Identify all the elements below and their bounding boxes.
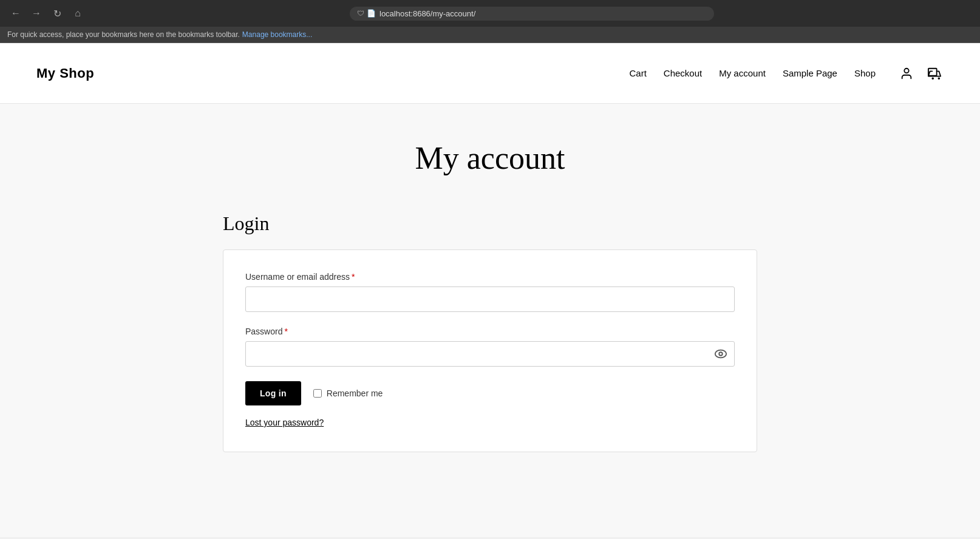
site-nav: Cart Checkout My account Sample Page Sho… bbox=[629, 64, 944, 83]
username-required-star: * bbox=[352, 272, 355, 282]
nav-shop[interactable]: Shop bbox=[854, 68, 876, 78]
username-label: Username or email address* bbox=[245, 272, 735, 282]
password-toggle-button[interactable] bbox=[714, 349, 727, 359]
username-group: Username or email address* bbox=[245, 272, 735, 312]
svg-point-3 bbox=[938, 78, 939, 79]
eye-icon bbox=[714, 349, 727, 359]
password-label: Password* bbox=[245, 327, 735, 336]
form-actions: Log in Remember me bbox=[245, 381, 735, 405]
username-input[interactable] bbox=[245, 286, 735, 312]
nav-cart[interactable]: Cart bbox=[629, 68, 646, 78]
login-section: Login Username or email address* Passwor… bbox=[223, 212, 757, 452]
password-input[interactable] bbox=[245, 341, 735, 367]
back-button[interactable]: ← bbox=[7, 5, 24, 22]
browser-toolbar: ← → ↻ ⌂ 🛡 📄 localhost:8686/my-account/ bbox=[0, 0, 980, 27]
manage-bookmarks-link[interactable]: Manage bookmarks... bbox=[242, 30, 312, 39]
nav-checkout[interactable]: Checkout bbox=[664, 68, 702, 78]
site-logo[interactable]: My Shop bbox=[36, 66, 94, 81]
svg-point-2 bbox=[932, 78, 933, 79]
user-icon-button[interactable] bbox=[897, 64, 916, 83]
svg-point-0 bbox=[904, 68, 908, 72]
bookmarks-bar: For quick access, place your bookmarks h… bbox=[0, 27, 980, 43]
main-content: My account Login Username or email addre… bbox=[0, 104, 980, 489]
forward-button[interactable]: → bbox=[28, 5, 45, 22]
home-button[interactable]: ⌂ bbox=[69, 5, 86, 22]
svg-point-5 bbox=[719, 352, 723, 356]
nav-sample-page[interactable]: Sample Page bbox=[783, 68, 837, 78]
address-bar-container[interactable]: 🛡 📄 localhost:8686/my-account/ bbox=[350, 7, 714, 21]
browser-nav-buttons: ← → ↻ ⌂ bbox=[7, 5, 86, 22]
page-icon: 📄 bbox=[367, 9, 376, 18]
cart-icon-button[interactable] bbox=[925, 64, 944, 83]
site-header: My Shop Cart Checkout My account Sample … bbox=[0, 43, 980, 104]
nav-my-account[interactable]: My account bbox=[719, 68, 766, 78]
cart-icon bbox=[928, 67, 941, 80]
login-heading: Login bbox=[223, 212, 757, 235]
lost-password-link[interactable]: Lost your password? bbox=[245, 418, 735, 427]
login-button[interactable]: Log in bbox=[245, 381, 301, 405]
bookmarks-text: For quick access, place your bookmarks h… bbox=[7, 30, 240, 39]
password-group: Password* bbox=[245, 327, 735, 367]
address-bar-icons: 🛡 📄 bbox=[357, 9, 376, 18]
browser-chrome: ← → ↻ ⌂ 🛡 📄 localhost:8686/my-account/ F… bbox=[0, 0, 980, 43]
remember-me-checkbox[interactable] bbox=[313, 389, 322, 398]
address-bar-text: localhost:8686/my-account/ bbox=[379, 9, 707, 18]
shield-icon: 🛡 bbox=[357, 9, 364, 18]
svg-point-4 bbox=[715, 350, 726, 358]
user-icon bbox=[900, 67, 913, 80]
login-form-box: Username or email address* Password* bbox=[223, 249, 757, 452]
nav-icons bbox=[897, 64, 944, 83]
login-form: Username or email address* Password* bbox=[245, 272, 735, 427]
remember-me-label[interactable]: Remember me bbox=[313, 388, 383, 398]
remember-me-text: Remember me bbox=[327, 388, 383, 398]
password-required-star: * bbox=[284, 327, 287, 336]
page-wrapper: My Shop Cart Checkout My account Sample … bbox=[0, 43, 980, 537]
password-wrapper bbox=[245, 341, 735, 367]
page-title: My account bbox=[415, 140, 565, 176]
reload-button[interactable]: ↻ bbox=[49, 5, 66, 22]
